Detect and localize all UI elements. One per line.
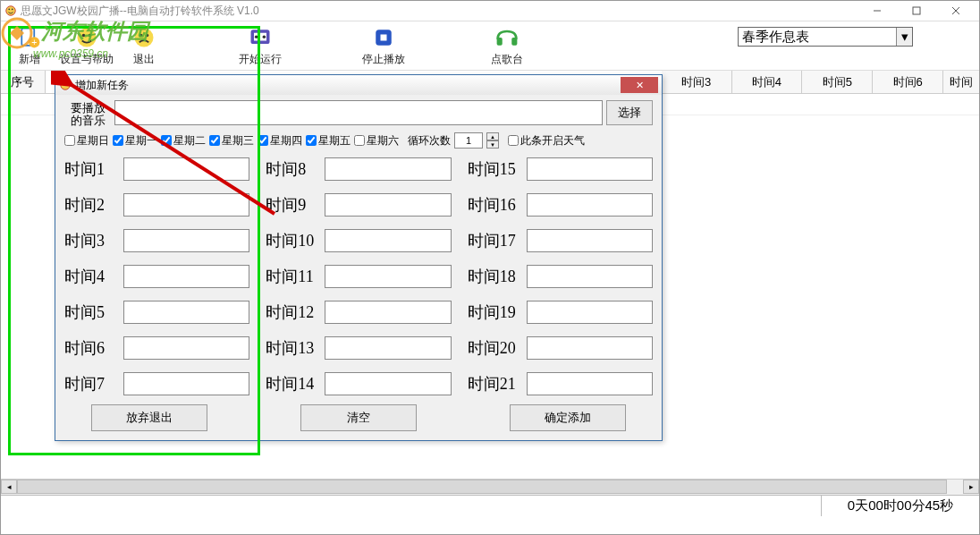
time-input-7[interactable] (123, 372, 249, 395)
svg-point-1 (8, 8, 10, 10)
start-label: 开始运行 (239, 52, 282, 67)
settings-button[interactable]: 设置与帮助 (58, 21, 115, 70)
app-icon (4, 4, 17, 17)
time-input-17[interactable] (527, 229, 653, 252)
weather-toggle[interactable]: 此条开启天气 (508, 133, 585, 149)
schedule-select[interactable]: 春季作息表 ▾ (738, 27, 913, 47)
start-button[interactable]: 开始运行 (224, 21, 296, 70)
dialog-titlebar[interactable]: 增加新任务 ✕ (55, 75, 662, 95)
weekday-checkbox-3[interactable] (209, 135, 220, 146)
time-input-6[interactable] (123, 336, 249, 360)
weekday-2[interactable]: 星期二 (161, 133, 206, 149)
time-input-5[interactable] (123, 301, 249, 324)
time-row-14: 时间14 (266, 372, 451, 395)
col-time-more[interactable]: 时间 (943, 71, 979, 93)
svg-point-14 (139, 33, 143, 37)
weekday-checkbox-2[interactable] (161, 135, 172, 146)
window-titlebar: 思愿文JGW校园广播--电脑自动打铃软件系统 V1.0 (1, 1, 979, 21)
time-row-13: 时间13 (266, 336, 451, 360)
svg-rect-23 (511, 38, 517, 46)
time-input-21[interactable] (527, 372, 653, 395)
time-input-10[interactable] (325, 229, 451, 252)
clear-button[interactable]: 清空 (300, 404, 417, 431)
col-time6[interactable]: 时间6 (873, 71, 943, 93)
time-row-15: 时间15 (468, 157, 653, 181)
time-label-7: 时间7 (64, 373, 120, 395)
time-input-13[interactable] (325, 336, 451, 360)
weekday-3[interactable]: 星期三 (209, 133, 254, 149)
weekday-checkbox-6[interactable] (354, 135, 365, 146)
time-row-3: 时间3 (64, 229, 249, 252)
time-input-19[interactable] (527, 301, 653, 324)
minimize-button[interactable] (858, 1, 897, 21)
svg-rect-22 (497, 38, 503, 46)
music-label: 要播放 的音乐 (64, 100, 111, 127)
weekday-0[interactable]: 星期日 (64, 133, 109, 149)
close-button[interactable] (936, 1, 976, 21)
col-time3[interactable]: 时间3 (662, 71, 732, 93)
time-label-20: 时间20 (468, 337, 523, 359)
time-input-14[interactable] (325, 372, 451, 395)
time-input-4[interactable] (123, 265, 249, 288)
col-time5[interactable]: 时间5 (802, 71, 873, 93)
time-label-18: 时间18 (468, 266, 523, 287)
time-input-15[interactable] (527, 157, 653, 181)
time-input-9[interactable] (325, 193, 451, 217)
time-input-8[interactable] (325, 157, 451, 181)
status-left (1, 496, 822, 516)
time-label-8: 时间8 (266, 158, 321, 180)
loop-count-input[interactable] (454, 132, 483, 149)
time-input-2[interactable] (123, 193, 249, 217)
new-label: 新增 (19, 52, 40, 67)
scroll-left-button[interactable]: ◂ (1, 480, 17, 494)
time-label-1: 时间1 (64, 158, 120, 180)
new-button[interactable]: + 新增 (1, 21, 58, 70)
dialog-close-button[interactable]: ✕ (621, 77, 658, 93)
time-row-18: 时间18 (468, 265, 653, 288)
time-grid: 时间1时间2时间3时间4时间5时间6时间7 时间8时间9时间10时间11时间12… (64, 157, 653, 395)
time-input-1[interactable] (123, 157, 249, 181)
col-seq[interactable]: 序号 (1, 71, 46, 93)
time-input-16[interactable] (527, 193, 653, 217)
svg-point-2 (12, 8, 13, 10)
scroll-right-button[interactable]: ▸ (963, 480, 979, 494)
time-row-4: 时间4 (64, 265, 249, 288)
weekday-checkbox-0[interactable] (64, 135, 75, 146)
start-icon (248, 25, 273, 50)
weekday-checkbox-1[interactable] (113, 135, 123, 146)
exit-button[interactable]: 退出 (115, 21, 173, 70)
weekday-1[interactable]: 星期一 (113, 133, 157, 149)
svg-point-13 (135, 28, 154, 47)
time-input-11[interactable] (325, 265, 451, 288)
weekday-5[interactable]: 星期五 (306, 133, 351, 149)
cancel-button[interactable]: 放弃退出 (91, 404, 207, 431)
weekday-checkbox-4[interactable] (258, 135, 268, 146)
weekday-4[interactable]: 星期四 (258, 133, 302, 149)
time-input-18[interactable] (527, 265, 653, 288)
ok-button[interactable]: 确定添加 (510, 404, 626, 431)
status-bar: 0天00时00分45秒 (1, 495, 979, 516)
time-label-17: 时间17 (468, 230, 523, 251)
time-row-6: 时间6 (64, 336, 249, 360)
weekday-6[interactable]: 星期六 (354, 133, 399, 149)
time-input-3[interactable] (123, 229, 249, 252)
loop-label: 循环次数 (408, 133, 451, 149)
scroll-thumb[interactable] (17, 480, 947, 494)
settings-icon (74, 25, 99, 50)
schedule-selected: 春季作息表 (742, 29, 809, 46)
time-input-12[interactable] (325, 301, 451, 324)
time-label-9: 时间9 (266, 194, 321, 216)
maximize-button[interactable] (897, 1, 936, 21)
music-path-input[interactable] (114, 100, 603, 125)
h-scrollbar[interactable]: ◂ ▸ (1, 479, 979, 495)
weather-checkbox[interactable] (508, 135, 519, 146)
time-input-20[interactable] (527, 336, 653, 360)
time-label-15: 时间15 (468, 158, 523, 180)
loop-spinner[interactable]: ▲▼ (486, 132, 499, 149)
col-time4[interactable]: 时间4 (732, 71, 803, 93)
weekday-checkbox-5[interactable] (306, 135, 317, 146)
stop-button[interactable]: 停止播放 (348, 21, 419, 70)
time-row-5: 时间5 (64, 301, 249, 324)
jukebox-button[interactable]: 点歌台 (471, 21, 543, 70)
select-music-button[interactable]: 选择 (606, 100, 653, 125)
